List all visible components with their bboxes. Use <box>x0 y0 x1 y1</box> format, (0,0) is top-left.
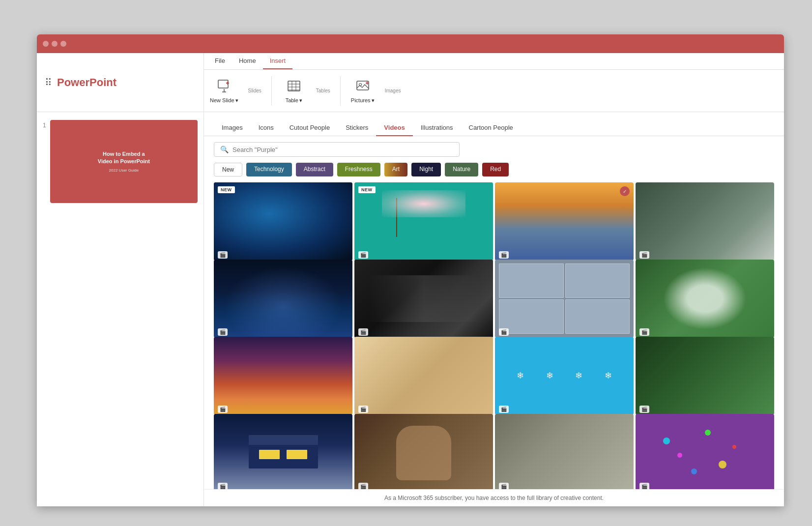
video-icon-12: 🎬 <box>639 406 649 413</box>
video-icon-6: 🎬 <box>358 328 368 336</box>
new-badge-2: NEW <box>358 186 376 193</box>
tab-stickers[interactable]: Stickers <box>338 120 376 136</box>
chip-technology[interactable]: Technology <box>246 163 292 176</box>
video-overlay-13: 🎬 <box>214 481 352 489</box>
new-slide-icon <box>216 78 232 96</box>
table-label: Table ▾ <box>286 97 302 104</box>
video-icon-10: 🎬 <box>358 406 368 413</box>
dialog-tabs: Images Icons Cutout People Stickers Vide <box>204 112 784 136</box>
dialog-footer: As a Microsoft 365 subscriber, you have … <box>204 489 784 506</box>
search-box[interactable]: 🔍 <box>214 142 460 157</box>
video-item-3[interactable]: ✓ 🎬 <box>495 182 634 261</box>
slide-panel: 1 How to Embed aVideo in PowerPoint 2022… <box>37 112 204 506</box>
video-item-9[interactable]: 🎬 <box>214 337 352 415</box>
video-item-15[interactable]: 🎬 <box>495 414 634 489</box>
video-overlay-4: 🎬 <box>636 249 774 261</box>
video-item-1[interactable]: NEW 🎬 <box>214 182 352 261</box>
video-overlay-9: 🎬 <box>214 404 352 415</box>
chip-art[interactable]: Art <box>384 163 407 176</box>
images-section-label: Images <box>385 88 401 93</box>
tab-cartoon-people[interactable]: Cartoon People <box>461 120 521 136</box>
slide-preview[interactable]: How to Embed aVideo in PowerPoint 2022 U… <box>50 120 198 203</box>
video-icon-15: 🎬 <box>499 483 509 489</box>
video-item-7[interactable]: 🎬 <box>495 260 634 338</box>
video-overlay-3: 🎬 <box>495 249 634 261</box>
video-icon-5: 🎬 <box>218 328 228 336</box>
ribbon-tab-insert[interactable]: Insert <box>263 53 293 69</box>
chip-new[interactable]: New <box>214 163 242 176</box>
chip-night[interactable]: Night <box>411 163 441 176</box>
ribbon-tab-row: File Home Insert <box>204 53 784 70</box>
content-panel: Images Icons Cutout People Stickers Vide <box>204 112 784 506</box>
tab-images[interactable]: Images <box>214 120 251 136</box>
video-item-8[interactable]: 🎬 <box>636 260 774 338</box>
video-icon-1: 🎬 <box>218 251 228 259</box>
svg-rect-5 <box>288 81 300 91</box>
table-button[interactable]: Table ▾ <box>282 78 306 104</box>
window-controls <box>43 41 66 47</box>
new-slide-button[interactable]: New Slide ▾ <box>210 78 238 104</box>
main-area: 1 How to Embed aVideo in PowerPoint 2022… <box>37 112 784 506</box>
video-icon-16: 🎬 <box>639 483 649 489</box>
grid-icon: ⠿ <box>45 77 52 88</box>
title-bar <box>37 34 784 53</box>
tab-illustrations[interactable]: Illustrations <box>413 120 461 136</box>
video-icon-9: 🎬 <box>218 406 228 413</box>
video-overlay-6: 🎬 <box>354 326 493 338</box>
video-icon-4: 🎬 <box>639 251 649 259</box>
tab-icons[interactable]: Icons <box>251 120 282 136</box>
search-input[interactable] <box>232 146 453 153</box>
chip-freshness[interactable]: Freshness <box>337 163 380 176</box>
slides-section-label: Slides <box>248 88 261 93</box>
video-overlay-16: 🎬 <box>636 481 774 489</box>
video-item-14[interactable]: 🎬 <box>354 414 493 489</box>
app-name: PowerPoint <box>57 76 116 89</box>
chip-abstract[interactable]: Abstract <box>296 163 333 176</box>
search-area: 🔍 <box>204 136 784 163</box>
video-item-16[interactable]: 🎬 <box>636 414 774 489</box>
chip-nature[interactable]: Nature <box>445 163 478 176</box>
video-item-5[interactable]: 🎬 <box>214 260 352 338</box>
video-item-4[interactable]: 🎬 <box>636 182 774 261</box>
app-logo-area: ⠿ PowerPoint <box>37 53 204 112</box>
desktop: ⠿ PowerPoint File Home Insert <box>0 0 812 526</box>
video-overlay-12: 🎬 <box>636 404 774 415</box>
new-slide-label: New Slide ▾ <box>210 97 238 104</box>
slide-subtitle: 2022 User Guide <box>109 168 139 173</box>
video-overlay-11: 🎬 <box>495 404 634 415</box>
close-button[interactable] <box>43 41 49 47</box>
tables-section-label: Tables <box>316 88 330 93</box>
ribbon-btn-row: New Slide ▾ Slides <box>204 70 784 112</box>
video-overlay-8: 🎬 <box>636 326 774 338</box>
video-overlay-2: 🎬 <box>354 249 493 261</box>
check-badge-3: ✓ <box>620 186 630 196</box>
video-icon-8: 🎬 <box>639 328 649 336</box>
tab-videos[interactable]: Videos <box>376 120 412 136</box>
video-item-6[interactable]: 🎬 <box>354 260 493 338</box>
ribbon-divider-1 <box>271 76 272 106</box>
video-icon-11: 🎬 <box>499 406 509 413</box>
minimize-button[interactable] <box>52 41 58 47</box>
video-overlay-1: 🎬 <box>214 249 352 261</box>
video-icon-3: 🎬 <box>499 251 509 259</box>
pictures-icon <box>355 78 371 96</box>
video-icon-7: 🎬 <box>499 328 509 336</box>
video-item-2[interactable]: NEW 🎬 <box>354 182 493 261</box>
new-badge-1: NEW <box>218 186 235 193</box>
ribbon-tab-file[interactable]: File <box>208 53 232 69</box>
video-item-10[interactable]: 🎬 <box>354 337 493 415</box>
video-overlay-5: 🎬 <box>214 326 352 338</box>
pictures-label: Pictures ▾ <box>351 97 375 104</box>
video-item-12[interactable]: 🎬 <box>636 337 774 415</box>
ribbon-tab-home[interactable]: Home <box>232 53 263 69</box>
tab-cutout-people[interactable]: Cutout People <box>282 120 338 136</box>
svg-rect-0 <box>218 80 228 88</box>
video-item-11[interactable]: ❄ ❄ ❄ ❄ 🎬 <box>495 337 634 415</box>
video-overlay-10: 🎬 <box>354 404 493 415</box>
video-item-13[interactable]: 🎬 <box>214 414 352 489</box>
chip-red[interactable]: Red <box>482 163 509 176</box>
pictures-button[interactable]: Pictures ▾ <box>350 78 375 104</box>
maximize-button[interactable] <box>60 41 66 47</box>
video-icon-13: 🎬 <box>218 483 228 489</box>
ribbon-area: File Home Insert <box>204 53 784 112</box>
